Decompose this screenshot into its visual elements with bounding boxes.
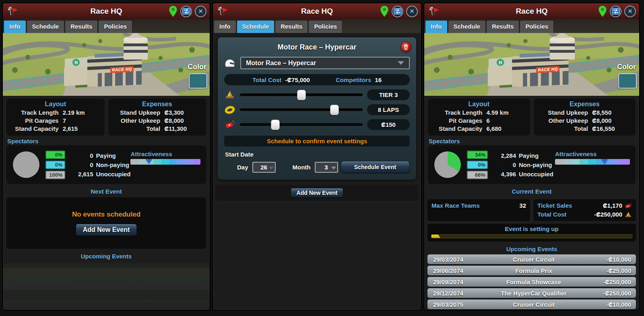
upcoming-event-row[interactable]: 29/12/2074 The HyperCar Qualifier -₡250,…	[427, 288, 636, 298]
locate-pin-icon[interactable]	[169, 5, 178, 17]
schedule-event-button[interactable]: Schedule Event	[341, 161, 410, 173]
close-button[interactable]: ✕	[624, 6, 636, 17]
routes-button[interactable]	[180, 6, 192, 17]
tab-schedule[interactable]: Schedule	[237, 21, 275, 33]
ticket-price-slider[interactable]	[240, 123, 363, 126]
nonpaying-count: 0	[493, 160, 516, 169]
laps-slider-thumb[interactable]	[330, 105, 339, 115]
competitors-value: 16	[375, 76, 382, 83]
upcoming-event-row[interactable]: 29/03/2074 Cruiser Circuit -₡10,000	[427, 254, 636, 264]
event-finance-box: Ticket Sales ₡1,170 Total Cost -₡250,000	[533, 199, 636, 221]
stand-upkeep-label: Stand Upkeep	[538, 109, 592, 117]
next-event-title: Next Event	[3, 188, 210, 195]
tier-slider[interactable]	[240, 93, 363, 96]
tier-slider-row: TIER 3	[224, 89, 410, 100]
track-length-value: 4.59 km	[486, 109, 526, 117]
max-race-teams-label: Max Race Teams	[431, 201, 480, 210]
tab-schedule[interactable]: Schedule	[27, 21, 64, 33]
tab-info[interactable]: Info	[4, 21, 26, 33]
locate-pin-icon[interactable]	[598, 5, 607, 17]
color-swatch[interactable]	[189, 73, 207, 89]
tab-results[interactable]: Results	[487, 21, 519, 33]
event-name: Cruiser Circuit	[482, 301, 586, 308]
ticket-icon	[224, 120, 235, 130]
event-progress-box: Event is setting up	[427, 224, 636, 242]
pit-garages-label: Pit Garages	[10, 117, 63, 125]
attractiveness-marker	[146, 159, 152, 164]
tab-results[interactable]: Results	[275, 21, 308, 33]
window-header: Race HQ ✕	[424, 3, 639, 19]
ticket-icon	[625, 202, 632, 209]
tab-policies[interactable]: Policies	[309, 21, 342, 33]
month-field[interactable]: 3	[315, 162, 338, 173]
upcoming-event-row[interactable]: 29/03/2075 Cruiser Circuit -₡10,000	[427, 299, 636, 309]
attractiveness-meter: Attractiveness	[130, 151, 200, 165]
event-type-value: Motor Race – Hypercar	[246, 60, 316, 67]
locate-pin-icon[interactable]	[380, 5, 389, 17]
paying-label: Paying	[96, 151, 116, 160]
event-name: Formula Prix	[482, 267, 586, 274]
event-name: Formula Showcase	[482, 279, 586, 285]
event-date: 29/12/2074	[427, 290, 482, 297]
tab-info[interactable]: Info	[214, 21, 236, 33]
ticket-price-slider-thumb[interactable]	[271, 120, 280, 130]
color-label: Color	[188, 63, 207, 71]
routes-button[interactable]	[610, 6, 621, 17]
routes-button[interactable]	[392, 6, 403, 17]
event-cost: -₡250,000	[586, 290, 636, 297]
nonpaying-pct-badge: 0%	[467, 161, 488, 169]
upcoming-events-title: Upcoming Events	[3, 253, 210, 260]
total-cost-value: -₡75,000	[285, 76, 310, 83]
tab-policies[interactable]: Policies	[520, 21, 553, 33]
track-length-value: 2.19 km	[63, 109, 101, 117]
building-preview-image: RACE HQ Color	[424, 33, 639, 96]
attractiveness-bar	[130, 159, 200, 165]
event-name: The HyperCar Qualifier	[482, 290, 586, 297]
total-cost-label: Total Cost	[252, 76, 281, 83]
tab-schedule[interactable]: Schedule	[448, 21, 486, 33]
stand-capacity-value: 6,680	[486, 125, 526, 133]
upcoming-event-row[interactable]: 29/09/2074 Formula Showcase -₡250,000	[427, 277, 636, 287]
track-length-label: Track Length	[432, 109, 486, 117]
upcoming-events-title: Upcoming Events	[424, 246, 639, 252]
total-upkeep-value: ₡11,300	[164, 125, 202, 133]
start-date-label: Start Date	[225, 151, 410, 158]
tab-policies[interactable]: Policies	[99, 21, 132, 33]
laps-slider-row: 8 LAPS	[224, 104, 410, 115]
tab-info[interactable]: Info	[425, 21, 447, 33]
building-scene	[3, 33, 210, 96]
expenses-title: Expenses	[538, 101, 632, 108]
attractiveness-meter: Attractiveness	[555, 151, 630, 165]
color-swatch[interactable]	[618, 73, 637, 89]
delete-event-button[interactable]	[400, 41, 411, 52]
tier-slider-thumb[interactable]	[297, 90, 306, 100]
game-screenshot: Race HQ ✕ Info Schedule Results Policies…	[0, 0, 644, 316]
empty-schedule-area	[215, 204, 419, 307]
laps-slider[interactable]	[240, 108, 363, 111]
building-scene	[424, 33, 639, 96]
upcoming-event-row[interactable]: 29/06/2074 Formula Prix -₡25,000	[427, 266, 636, 275]
race-flags-icon	[428, 6, 440, 17]
laps-value: 8 LAPS	[367, 104, 410, 115]
add-new-event-button[interactable]: Add New Event	[291, 188, 344, 198]
month-label: Month	[293, 164, 311, 171]
event-type-dropdown[interactable]: Motor Race – Hypercar	[240, 57, 410, 69]
month-value: 3	[324, 164, 328, 171]
nonpaying-label: Non-paying	[96, 160, 130, 169]
close-button[interactable]: ✕	[406, 6, 418, 17]
day-field[interactable]: 26	[252, 162, 276, 173]
competitors-label: Competitors	[336, 76, 371, 83]
track-length-label: Track Length	[10, 109, 63, 117]
unoccupied-label: Unoccupied	[96, 169, 131, 179]
add-new-event-button[interactable]: Add New Event	[76, 224, 137, 236]
stand-capacity-label: Stand Capacity	[10, 125, 63, 133]
unoccupied-count: 4,396	[493, 169, 516, 179]
close-button[interactable]: ✕	[195, 6, 206, 17]
next-event-box: No events scheduled Add New Event	[6, 197, 206, 249]
race-teams-box: Max Race Teams 32	[427, 199, 530, 221]
other-upkeep-label: Other Upkeep	[112, 117, 165, 125]
tab-results[interactable]: Results	[65, 21, 97, 33]
nonpaying-count: 0	[70, 160, 93, 169]
attractiveness-bar	[555, 159, 630, 165]
unoccupied-pct-badge: 66%	[467, 171, 488, 179]
